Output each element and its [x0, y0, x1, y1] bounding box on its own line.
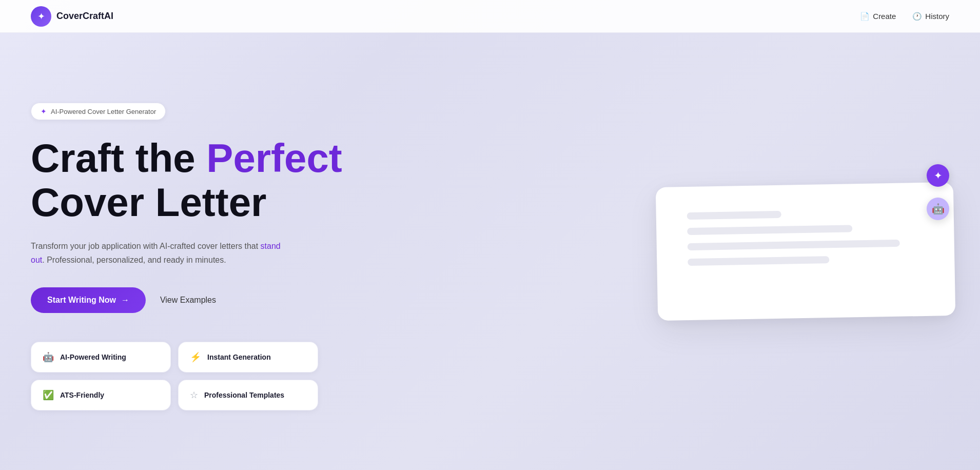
doc-line-2	[687, 225, 852, 235]
hero-title-highlight: Perfect	[206, 135, 342, 181]
left-section: ✦ AI-Powered Cover Letter Generator Craf…	[31, 33, 421, 470]
feature-instant-label: Instant Generation	[207, 353, 271, 361]
create-nav-link[interactable]: 📄 Create	[860, 12, 896, 21]
templates-icon: ☆	[190, 389, 198, 401]
instant-generation-icon: ⚡	[190, 351, 201, 363]
feature-ats-label: ATS-Friendly	[60, 391, 104, 399]
create-nav-label: Create	[873, 12, 896, 21]
bot-glyph: 🤖	[932, 203, 945, 215]
doc-line-1	[687, 211, 781, 220]
feature-ai-label: AI-Powered Writing	[60, 353, 126, 361]
hero-description: Transform your job application with AI-c…	[31, 239, 287, 267]
nav-links: 📄 Create 🕐 History	[860, 12, 949, 21]
hero-title: Craft the Perfect Cover Letter	[31, 136, 421, 225]
features-grid: 🤖 AI-Powered Writing ⚡ Instant Generatio…	[31, 342, 318, 410]
hero-title-part1: Craft the	[31, 135, 206, 181]
feature-card-instant: ⚡ Instant Generation	[178, 342, 318, 373]
start-writing-label: Start Writing Now	[47, 296, 116, 305]
view-examples-label: View Examples	[160, 296, 216, 304]
star-glyph: ✦	[934, 169, 943, 182]
history-nav-icon: 🕐	[912, 12, 922, 21]
ats-friendly-icon: ✅	[43, 389, 54, 401]
feature-card-templates: ☆ Professional Templates	[178, 380, 318, 410]
logo-star-icon: ✦	[37, 11, 45, 22]
hero-desc-part2: . Professional, personalized, and ready …	[42, 256, 226, 264]
main-content: ✦ AI-Powered Cover Letter Generator Craf…	[0, 33, 980, 470]
doc-line-4	[688, 256, 829, 266]
history-nav-link[interactable]: 🕐 History	[912, 12, 949, 21]
feature-card-ats: ✅ ATS-Friendly	[31, 380, 171, 410]
hero-desc-part1: Transform your job application with AI-c…	[31, 242, 261, 250]
right-section: ✦ 🤖	[631, 123, 980, 380]
doc-line-3	[688, 240, 900, 250]
navbar: ✦ CoverCraftAI 📄 Create 🕐 History	[0, 0, 980, 33]
ai-badge: ✦ AI-Powered Cover Letter Generator	[31, 103, 166, 120]
feature-templates-label: Professional Templates	[204, 391, 284, 399]
feature-card-ai: 🤖 AI-Powered Writing	[31, 342, 171, 373]
history-nav-label: History	[925, 12, 949, 21]
view-examples-button[interactable]: View Examples	[160, 296, 216, 305]
floating-bot-icon: 🤖	[927, 198, 949, 220]
badge-star-icon: ✦	[41, 107, 47, 115]
logo-area: ✦ CoverCraftAI	[31, 6, 113, 27]
create-nav-icon: 📄	[860, 12, 870, 21]
start-writing-button[interactable]: Start Writing Now →	[31, 287, 146, 313]
floating-star-icon: ✦	[927, 164, 949, 187]
ai-writing-icon: 🤖	[43, 351, 54, 363]
hero-title-part2: Cover Letter	[31, 180, 266, 225]
cta-row: Start Writing Now → View Examples	[31, 287, 421, 313]
document-preview	[656, 182, 955, 321]
logo-text: CoverCraftAI	[56, 11, 113, 22]
arrow-icon: →	[121, 296, 129, 305]
badge-text: AI-Powered Cover Letter Generator	[51, 108, 156, 115]
logo-icon: ✦	[31, 6, 51, 27]
